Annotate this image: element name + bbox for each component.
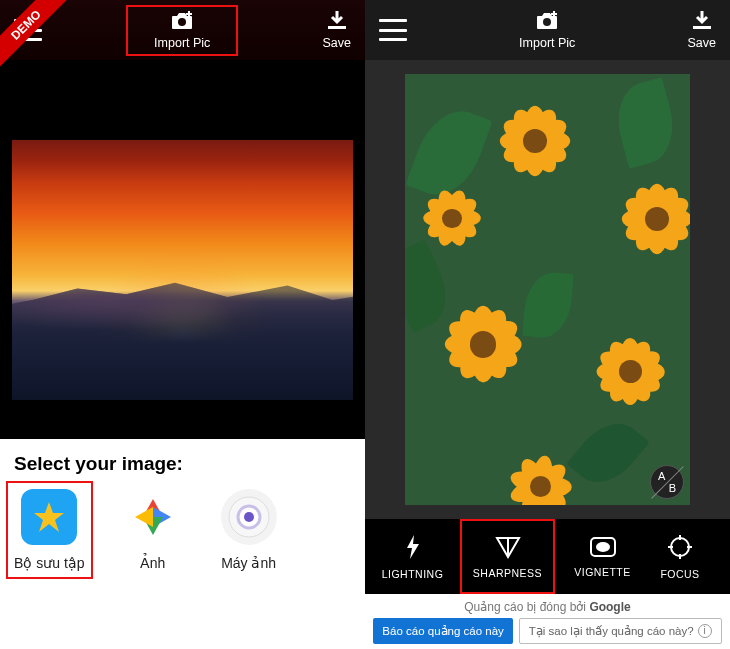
preview-image-sunset [12,140,353,400]
tool-vignette[interactable]: VIGNETTE [555,519,650,594]
source-photos[interactable]: Ảnh [125,489,181,571]
screen-right: Import Pic Save [365,0,730,649]
source-picker-sheet: Select your image: Bộ sưu tập [0,439,365,649]
download-icon [326,11,348,34]
canvas-area: A B [365,60,730,519]
tool-lightning[interactable]: LIGHTNING [365,519,460,594]
sheet-title: Select your image: [14,453,351,475]
svg-point-17 [596,542,610,552]
source-camera[interactable]: Máy ảnh [221,489,277,571]
tool-label: SHARPNESS [473,567,542,579]
svg-rect-2 [186,13,192,15]
tool-focus[interactable]: FOCUS [650,519,710,594]
import-pic-button[interactable]: Import Pic [126,5,238,56]
source-label: Bộ sưu tập [14,555,85,571]
triangle-down-icon [495,535,521,561]
tool-label: VIGNETTE [574,566,631,578]
import-pic-label: Import Pic [519,36,575,50]
svg-marker-8 [135,507,153,527]
ab-b: B [669,482,676,494]
svg-marker-4 [34,502,64,532]
svg-rect-3 [328,26,346,29]
tool-label: LIGHTNING [382,568,444,580]
menu-button[interactable] [379,19,407,41]
tool-sharpness[interactable]: SHARPNESS [460,519,555,594]
ad-report-button[interactable]: Báo cáo quảng cáo này [373,618,512,644]
svg-point-18 [671,538,689,556]
info-icon: i [698,624,712,638]
save-label: Save [687,36,716,50]
ab-a: A [658,470,665,482]
vignette-icon [589,536,617,560]
ad-why-button[interactable]: Tại sao lại thấy quảng cáo này? i [519,618,722,644]
source-gallery[interactable]: Bộ sưu tập [6,481,93,579]
tool-tabs: LIGHTNING SHARPNESS VIGNETTE FOCUS [365,519,730,594]
ad-closed-text: Quảng cáo bị đóng bởi Google [464,600,630,614]
camera-plus-icon [169,11,195,34]
import-pic-label: Import Pic [154,36,210,50]
target-icon [667,534,693,562]
gallery-icon [21,489,77,545]
svg-point-12 [543,18,551,26]
import-pic-button[interactable]: Import Pic [519,11,575,50]
photos-icon [125,489,181,545]
save-button[interactable]: Save [687,11,716,50]
svg-rect-14 [551,13,557,15]
ad-provider: Google [589,600,630,614]
screen-left: Import Pic Save DEMO Select your image: … [0,0,365,649]
bolt-icon [402,534,424,562]
svg-point-0 [178,18,186,26]
camera-icon [221,489,277,545]
download-icon [691,11,713,34]
topbar-right: Import Pic Save [365,0,730,60]
tool-label: FOCUS [660,568,699,580]
preview-image-flowers[interactable]: A B [405,74,690,505]
ab-compare-button[interactable]: A B [650,465,684,499]
svg-point-11 [244,512,254,522]
save-button[interactable]: Save [322,11,351,50]
source-label: Ảnh [140,555,166,571]
svg-rect-15 [693,26,711,29]
source-label: Máy ảnh [221,555,276,571]
ad-footer: Quảng cáo bị đóng bởi Google Báo cáo quả… [365,594,730,649]
save-label: Save [322,36,351,50]
camera-plus-icon [534,11,560,34]
